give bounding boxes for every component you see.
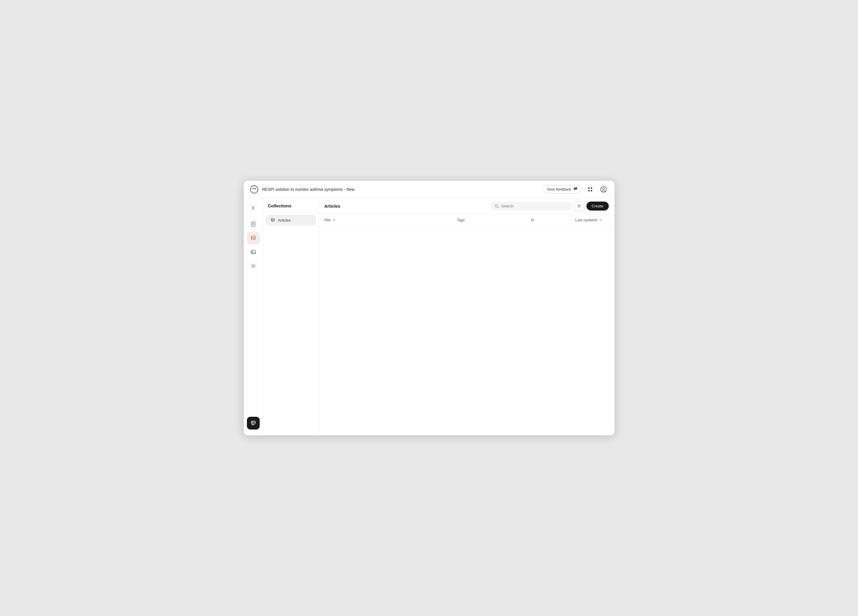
collections-panel: Collections Articles xyxy=(263,198,319,435)
flag-icon: 🏴 xyxy=(573,187,578,191)
create-button[interactable]: Create xyxy=(586,202,609,211)
filter-icon xyxy=(577,204,581,208)
user-account-button[interactable] xyxy=(598,184,609,195)
col-header-last-updated[interactable]: Last updated ⇅ xyxy=(570,214,614,226)
svg-line-22 xyxy=(497,207,499,208)
media-icon xyxy=(250,249,256,255)
col-header-id: Id xyxy=(526,214,570,226)
top-bar-left: RESPI solution to monitor asthma symptom… xyxy=(250,185,354,194)
sidebar-item-collections[interactable] xyxy=(247,232,260,245)
collections-list: Articles xyxy=(263,212,318,228)
sidebar-item-settings[interactable] xyxy=(247,259,260,272)
top-bar: RESPI solution to monitor asthma symptom… xyxy=(244,181,614,198)
sidebar-item-media[interactable] xyxy=(247,246,260,258)
svg-rect-3 xyxy=(588,190,590,191)
articles-table: Title ⇅ Tags Id Last updated ⇅ xyxy=(319,214,614,226)
filter-button[interactable] xyxy=(574,201,584,211)
app-logo xyxy=(250,185,259,194)
svg-point-21 xyxy=(495,205,497,207)
back-arrow-icon xyxy=(251,205,256,211)
table-header-row: Title ⇅ Tags Id Last updated ⇅ xyxy=(319,214,614,226)
content-heading: Articles xyxy=(324,203,340,208)
col-id-label: Id xyxy=(531,218,534,222)
apps-grid-button[interactable] xyxy=(585,184,595,195)
svg-point-6 xyxy=(602,188,605,190)
collections-heading: Collections xyxy=(263,198,318,212)
grid-icon xyxy=(587,186,593,192)
user-icon xyxy=(600,186,607,192)
collection-item-label: Articles xyxy=(278,218,291,222)
collections-icon xyxy=(250,235,256,241)
feedback-label: Give feedback xyxy=(547,187,571,191)
svg-rect-15 xyxy=(251,421,255,424)
icon-sidebar xyxy=(244,198,263,435)
updated-sort-icon: ⇅ xyxy=(599,219,602,222)
col-header-tags: Tags xyxy=(452,214,526,226)
icon-sidebar-bottom xyxy=(247,417,260,432)
top-bar-right: Give feedback 🏴 xyxy=(542,184,608,195)
feedback-button[interactable]: Give feedback 🏴 xyxy=(542,185,582,194)
content-header-actions: Create xyxy=(491,201,609,211)
content-header: Articles xyxy=(319,198,614,214)
articles-icon xyxy=(270,218,275,222)
collection-item-icon xyxy=(270,218,275,222)
col-tags-label: Tags xyxy=(457,218,465,222)
sidebar-item-pages[interactable] xyxy=(247,218,260,231)
pages-icon xyxy=(250,221,256,227)
app-title: RESPI solution to monitor asthma symptom… xyxy=(262,187,354,192)
icon-sidebar-top xyxy=(247,202,260,416)
search-box[interactable] xyxy=(491,202,572,210)
svg-point-20 xyxy=(271,219,274,220)
svg-point-11 xyxy=(251,236,255,237)
settings-icon xyxy=(250,263,256,269)
col-header-title[interactable]: Title ⇅ xyxy=(319,214,452,226)
svg-point-14 xyxy=(252,265,254,267)
svg-rect-2 xyxy=(591,187,592,189)
svg-point-0 xyxy=(250,186,258,193)
collection-item-articles[interactable]: Articles xyxy=(266,215,316,225)
col-title-label: Title xyxy=(324,218,331,222)
content-model-button[interactable] xyxy=(247,417,260,430)
title-sort-icon: ⇅ xyxy=(333,219,336,222)
search-icon xyxy=(495,204,499,208)
col-last-updated-label: Last updated xyxy=(575,218,597,222)
content-area: Articles xyxy=(319,198,614,435)
content-model-icon xyxy=(250,420,256,426)
app-window: RESPI solution to monitor asthma symptom… xyxy=(244,180,615,436)
table-area: Title ⇅ Tags Id Last updated ⇅ xyxy=(319,214,614,435)
svg-rect-4 xyxy=(591,190,592,191)
main-layout: Collections Articles Articles xyxy=(244,198,614,435)
back-button[interactable] xyxy=(247,202,260,214)
svg-rect-1 xyxy=(588,187,590,189)
search-input[interactable] xyxy=(501,204,568,208)
